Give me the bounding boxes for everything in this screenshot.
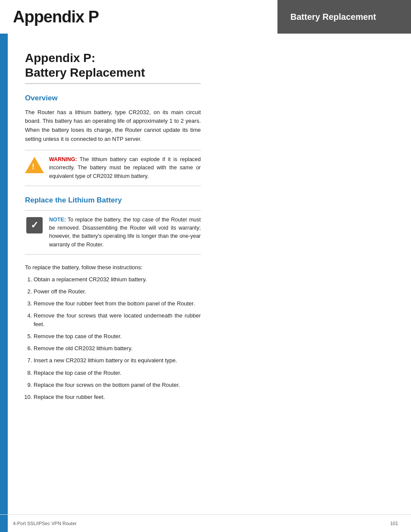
footer-left: 4-Port SSL/IPSec VPN Router (13, 520, 77, 527)
warning-box: WARNING: The lithium battery can explode… (25, 150, 201, 186)
instruction-item-9: Replace the four screws on the bottom pa… (34, 381, 201, 389)
main-content: Appendix P: Battery Replacement Overview… (8, 34, 218, 532)
header-section-title: Battery Replacement (290, 10, 376, 23)
instruction-item-10: Replace the four rubber feet. (34, 393, 201, 401)
instruction-item-4: Remove the four screws that were located… (34, 311, 201, 329)
blue-bar (0, 34, 8, 532)
header-left: Appendix P (0, 0, 277, 34)
warning-triangle-icon (25, 157, 44, 173)
checkmark-icon: ✓ (26, 217, 43, 233)
title-divider (25, 83, 201, 84)
instructions-intro: To replace the battery, follow these ins… (25, 263, 201, 272)
note-text-content: NOTE: To replace the battery, the top ca… (49, 216, 201, 249)
header-appendix-title: Appendix P (13, 5, 99, 29)
footer-right: 101 (390, 520, 398, 527)
content-wrapper: Appendix P: Battery Replacement Overview… (0, 34, 411, 532)
header-right: Battery Replacement (277, 0, 411, 34)
page-title: Appendix P: Battery Replacement (25, 51, 201, 80)
warning-label: WARNING: (49, 156, 77, 162)
instruction-item-6: Remove the old CR2032 lithium battery. (34, 344, 201, 353)
instruction-item-3: Remove the four rubber feet from the bot… (34, 299, 201, 308)
instruction-item-5: Remove the top case of the Router. (34, 332, 201, 341)
right-column (218, 34, 411, 532)
overview-heading: Overview (25, 93, 201, 104)
note-label: NOTE: (49, 217, 66, 223)
instruction-item-2: Power off the Router. (34, 287, 201, 296)
replace-heading: Replace the Lithium Battery (25, 195, 201, 206)
page-header: Appendix P Battery Replacement (0, 0, 411, 34)
warning-text-content: WARNING: The lithium battery can explode… (49, 156, 201, 180)
instructions-list: Obtain a replacement CR2032 lithium batt… (25, 275, 201, 402)
note-box: ✓ NOTE: To replace the battery, the top … (25, 210, 201, 255)
instruction-item-7: Insert a new CR2032 lithium battery or i… (34, 356, 201, 365)
instruction-item-1: Obtain a replacement CR2032 lithium batt… (34, 275, 201, 284)
overview-text: The Router has a lithium battery, type C… (25, 108, 201, 144)
note-body: To replace the battery, the top case of … (49, 217, 201, 248)
note-icon: ✓ (25, 216, 44, 235)
warning-icon (25, 156, 44, 174)
instruction-item-8: Replace the top case of the Router. (34, 369, 201, 377)
page-footer: 4-Port SSL/IPSec VPN Router 101 (0, 514, 411, 532)
